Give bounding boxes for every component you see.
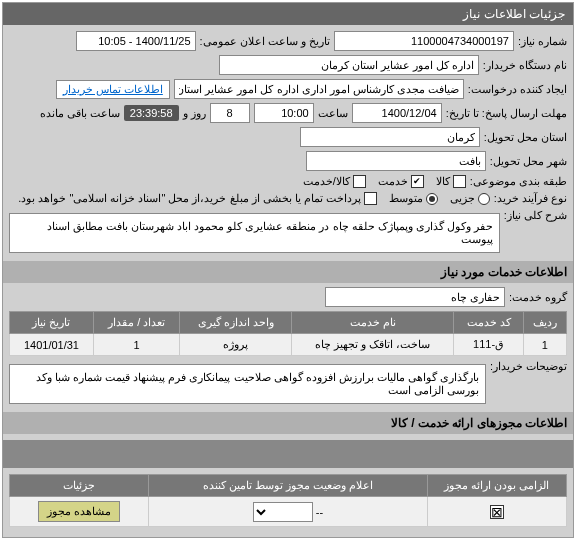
row-service-group: گروه خدمت: [9, 287, 567, 307]
permits-header-row: الزامی بودن ارائه مجوز اعلام وضعیت مجوز … [10, 475, 567, 497]
td-qty: 1 [93, 334, 180, 356]
purchase-type-label: نوع فرآیند خرید: [494, 192, 567, 205]
goods-service-checkbox[interactable] [353, 175, 366, 188]
payment-note-group: پرداخت تمام یا بخشی از مبلغ خرید،از محل … [18, 192, 377, 205]
time-label-1: ساعت [318, 107, 348, 120]
panel-body: شماره نیاز: تاریخ و ساعت اعلان عمومی: نا… [3, 25, 573, 537]
goods-service-checkbox-group: کالا/خدمت [303, 175, 366, 188]
announce-date-field[interactable] [76, 31, 196, 51]
row-need-number: شماره نیاز: تاریخ و ساعت اعلان عمومی: [9, 31, 567, 51]
th-date: تاریخ نیاز [10, 312, 94, 334]
countdown-value: 23:39:58 [124, 105, 179, 121]
row-province: استان محل تحویل: [9, 127, 567, 147]
th-qty: تعداد / مقدار [93, 312, 180, 334]
th-details: جزئیات [10, 475, 149, 497]
requester-field[interactable] [174, 79, 464, 99]
table-row[interactable]: 1 ق-111 ساخت، اتاقک و تجهیز چاه پروژه 1 … [10, 334, 567, 356]
need-number-label: شماره نیاز: [518, 35, 567, 48]
th-code: کد خدمت [454, 312, 523, 334]
subject-type-label: طبقه بندی موضوعی: [470, 175, 567, 188]
need-number-field[interactable] [334, 31, 514, 51]
permits-row: -- مشاهده مجوز [10, 497, 567, 527]
medium-radio[interactable] [426, 193, 438, 205]
td-details: مشاهده مجوز [10, 497, 149, 527]
status-text: -- [316, 506, 323, 518]
requester-label: ایجاد کننده درخواست: [468, 83, 567, 96]
row-buyer-org: نام دستگاه خریدار: [9, 55, 567, 75]
row-deadline: مهلت ارسال پاسخ: تا تاریخ: ساعت روز و 23… [9, 103, 567, 123]
payment-checkbox[interactable] [364, 192, 377, 205]
announce-date-label: تاریخ و ساعت اعلان عمومی: [200, 35, 330, 48]
table-header-row: ردیف کد خدمت نام خدمت واحد اندازه گیری ت… [10, 312, 567, 334]
row-desc: شرح کلی نیاز: حفر وکول گذاری وپمپاژک حلق… [9, 209, 567, 257]
th-idx: ردیف [523, 312, 566, 334]
city-label: شهر محل تحویل: [490, 155, 567, 168]
th-status: اعلام وضعیت مجوز توسط تامین کننده [149, 475, 428, 497]
service-checkbox-group: خدمت [378, 175, 424, 188]
minor-label: جزیی [450, 192, 475, 205]
service-checkbox[interactable] [411, 175, 424, 188]
province-field[interactable] [300, 127, 480, 147]
services-section-title: اطلاعات خدمات مورد نیاز [3, 261, 573, 283]
buyer-org-label: نام دستگاه خریدار: [483, 59, 567, 72]
spacer-bar [3, 440, 573, 468]
td-unit: پروژه [180, 334, 291, 356]
deadline-date-field[interactable] [352, 103, 442, 123]
th-name: نام خدمت [291, 312, 454, 334]
panel-title: جزئیات اطلاعات نیاز [3, 3, 573, 25]
service-group-label: گروه خدمت: [509, 291, 567, 304]
deadline-label: مهلت ارسال پاسخ: تا تاریخ: [446, 107, 567, 120]
permits-section-title: اطلاعات مجوزهای ارائه خدمت / کالا [3, 412, 573, 434]
days-remaining-field[interactable] [210, 103, 250, 123]
desc-text: حفر وکول گذاری وپمپاژک حلقه چاه در منطقه… [9, 213, 500, 253]
permits-table: الزامی بودن ارائه مجوز اعلام وضعیت مجوز … [9, 474, 567, 527]
goods-checkbox-group: کالا [436, 175, 466, 188]
service-group-field[interactable] [325, 287, 505, 307]
countdown-suffix: ساعت باقی مانده [40, 107, 120, 120]
services-table: ردیف کد خدمت نام خدمت واحد اندازه گیری ت… [9, 311, 567, 356]
medium-radio-group: متوسط [389, 192, 438, 205]
deadline-time-field[interactable] [254, 103, 314, 123]
city-field[interactable] [306, 151, 486, 171]
th-required: الزامی بودن ارائه مجوز [427, 475, 566, 497]
buyer-notes-label: توضیحات خریدار: [490, 360, 567, 373]
row-purchase-type: نوع فرآیند خرید: جزیی متوسط پرداخت تمام … [9, 192, 567, 205]
td-name: ساخت، اتاقک و تجهیز چاه [291, 334, 454, 356]
medium-label: متوسط [389, 192, 423, 205]
td-code: ق-111 [454, 334, 523, 356]
required-checkbox [490, 505, 504, 519]
td-required [427, 497, 566, 527]
row-subject-type: طبقه بندی موضوعی: کالا خدمت کالا/خدمت [9, 175, 567, 188]
buyer-org-field[interactable] [219, 55, 479, 75]
td-date: 1401/01/31 [10, 334, 94, 356]
service-label: خدمت [378, 175, 408, 188]
goods-service-label: کالا/خدمت [303, 175, 350, 188]
buyer-notes-text: بارگذاری گواهی مالیات برارزش افزوده گواه… [9, 364, 486, 404]
row-city: شهر محل تحویل: [9, 151, 567, 171]
minor-radio-group: جزیی [450, 192, 490, 205]
row-buyer-notes: توضیحات خریدار: بارگذاری گواهی مالیات بر… [9, 360, 567, 408]
td-status: -- [149, 497, 428, 527]
minor-radio[interactable] [478, 193, 490, 205]
contact-link[interactable]: اطلاعات تماس خریدار [56, 80, 170, 99]
goods-label: کالا [436, 175, 450, 188]
days-and-label: روز و [183, 107, 206, 120]
goods-checkbox[interactable] [453, 175, 466, 188]
payment-note: پرداخت تمام یا بخشی از مبلغ خرید،از محل … [18, 192, 361, 205]
province-label: استان محل تحویل: [484, 131, 567, 144]
status-select[interactable] [253, 502, 313, 522]
view-permit-button[interactable]: مشاهده مجوز [38, 501, 120, 522]
row-requester: ایجاد کننده درخواست: اطلاعات تماس خریدار [9, 79, 567, 99]
th-unit: واحد اندازه گیری [180, 312, 291, 334]
main-panel: جزئیات اطلاعات نیاز شماره نیاز: تاریخ و … [2, 2, 574, 538]
desc-label: شرح کلی نیاز: [504, 209, 567, 222]
td-idx: 1 [523, 334, 566, 356]
